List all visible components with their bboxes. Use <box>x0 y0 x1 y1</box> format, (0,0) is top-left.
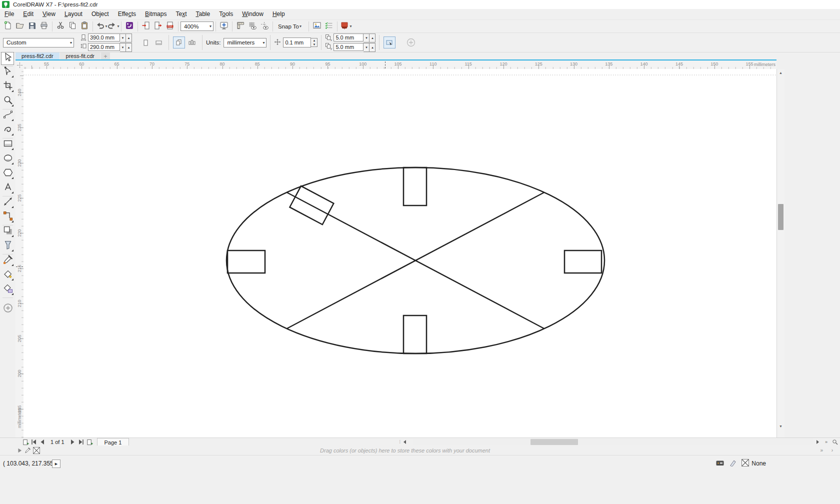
undo-arrow-button[interactable]: ▾ <box>95 21 107 32</box>
all-pages-button[interactable] <box>186 36 198 48</box>
nudge-down-button[interactable]: ▼ <box>311 42 317 46</box>
page-preset-dropdown[interactable]: Custom ▾ <box>3 38 74 48</box>
cut-scissors-button[interactable] <box>54 21 66 32</box>
menu-window[interactable]: Window <box>238 9 268 20</box>
previous-page-button[interactable] <box>38 438 46 446</box>
fill-tool[interactable] <box>2 269 14 281</box>
document-tab-1[interactable]: press-fit2.cdr <box>16 52 60 60</box>
page-height-up-button[interactable]: ▴ <box>126 43 132 52</box>
page-height-field[interactable]: 290.0 mm <box>88 43 120 51</box>
document-tab-2[interactable]: press-fit.cdr <box>60 52 100 60</box>
vertical-scrollbar[interactable]: ▲ ▼ <box>776 69 784 438</box>
duplicate-x-up-button[interactable]: ▴ <box>370 34 376 42</box>
drop-shadow-tool[interactable] <box>2 226 14 238</box>
menu-object[interactable]: Object <box>87 9 114 20</box>
launch-app-button[interactable] <box>311 21 323 32</box>
new-document-tab-button[interactable]: + <box>101 52 110 60</box>
scroll-down-button[interactable]: ▼ <box>777 422 784 430</box>
top-slot-rect[interactable] <box>404 168 426 206</box>
landscape-button[interactable] <box>152 36 164 48</box>
show-grid-button[interactable] <box>246 21 258 32</box>
page-width-up-button[interactable]: ▴ <box>126 34 132 42</box>
menu-edit[interactable]: Edit <box>18 9 38 20</box>
copy-button[interactable] <box>66 21 78 32</box>
color-eyedropper-tool[interactable] <box>2 254 14 266</box>
export-button[interactable] <box>152 21 164 32</box>
menu-view[interactable]: View <box>38 9 60 20</box>
menu-text[interactable]: Text <box>171 9 191 20</box>
nudge-up-button[interactable]: ▲ <box>311 38 317 42</box>
shape-tool[interactable] <box>2 66 14 78</box>
zoom-level-dropdown[interactable]: 400%▾ <box>180 22 214 31</box>
menu-help[interactable]: Help <box>268 9 290 20</box>
artistic-media-tool[interactable] <box>2 124 14 136</box>
palette-overflow-icon[interactable]: » <box>820 448 823 453</box>
units-dropdown[interactable]: millimeters ▾ <box>224 38 266 48</box>
new-document-button[interactable] <box>2 21 14 32</box>
menu-file[interactable]: File <box>0 9 18 20</box>
status-flyout-button[interactable]: ▶ <box>52 460 60 468</box>
customize-plus-tool[interactable] <box>2 303 14 315</box>
pick-tool[interactable] <box>1 52 14 65</box>
scrollbar-more-button[interactable]: » <box>822 438 830 446</box>
palette-scroll-right-icon[interactable]: › <box>832 448 833 453</box>
snap-to-dropdown[interactable]: Snap To▾ <box>275 21 306 32</box>
bottom-slot-rect[interactable] <box>404 316 426 354</box>
menu-layout[interactable]: Layout <box>60 9 87 20</box>
scroll-up-button[interactable]: ▲ <box>777 69 784 76</box>
menu-tools[interactable]: Tools <box>214 9 238 20</box>
publish-pdf-button[interactable]: PDF <box>164 21 176 32</box>
crop-tool[interactable] <box>2 80 14 92</box>
import-button[interactable] <box>140 21 152 32</box>
ruler-origin-icon[interactable] <box>16 61 24 70</box>
first-page-button[interactable] <box>30 438 38 446</box>
page-height-down-button[interactable]: ▾ <box>120 43 126 52</box>
horizontal-scroll-thumb[interactable] <box>530 439 578 445</box>
zoom-corner-icon[interactable] <box>830 438 839 446</box>
show-guidelines-button[interactable] <box>258 21 270 32</box>
redo-arrow-button[interactable]: ▾ <box>107 21 119 32</box>
horizontal-ruler[interactable]: millimeters 5560657075808590951001051101… <box>24 61 776 70</box>
zoom-tool[interactable] <box>2 95 14 107</box>
duplicate-y-field[interactable]: 5.0 mm <box>334 43 364 51</box>
add-page-before-button[interactable] <box>21 438 30 446</box>
hscroll-right-button[interactable] <box>814 438 822 446</box>
ellipse-tool[interactable] <box>2 153 14 165</box>
interactive-fill-tool[interactable] <box>2 284 14 296</box>
menu-effects[interactable]: Effects <box>114 9 140 20</box>
portrait-button[interactable] <box>140 36 152 48</box>
paste-button[interactable] <box>78 21 90 32</box>
options-checklist-button[interactable] <box>323 21 335 32</box>
customize-propbar-plus-icon[interactable] <box>405 36 417 48</box>
horizontal-scrollbar[interactable] <box>413 438 814 446</box>
open-folder-button[interactable] <box>14 21 26 32</box>
page-width-field[interactable]: 390.0 mm <box>88 34 120 42</box>
hscroll-left-button[interactable] <box>400 438 409 446</box>
duplicate-y-up-button[interactable]: ▴ <box>370 43 376 52</box>
drawing-canvas[interactable] <box>24 69 776 438</box>
text-tool[interactable] <box>2 182 14 194</box>
vertical-scroll-thumb[interactable] <box>778 204 784 230</box>
rectangle-tool[interactable] <box>2 138 14 150</box>
last-page-button[interactable] <box>77 438 86 446</box>
right-slot-rect[interactable] <box>564 250 602 273</box>
dimension-tool[interactable] <box>2 196 14 208</box>
transparency-tool[interactable] <box>2 240 14 252</box>
polygon-tool[interactable] <box>2 168 14 180</box>
vertical-ruler[interactable]: millimeters 2402352302252202152102052001… <box>16 69 24 438</box>
search-content-button[interactable] <box>124 21 136 32</box>
menu-table[interactable]: Table <box>192 9 215 20</box>
duplicate-y-down-button[interactable]: ▾ <box>364 43 370 52</box>
treat-as-filled-button[interactable] <box>384 36 396 48</box>
freehand-tool[interactable] <box>2 110 14 122</box>
print-button[interactable] <box>38 21 50 32</box>
page-tab[interactable]: Page 1 <box>97 438 130 446</box>
duplicate-x-field[interactable]: 5.0 mm <box>334 34 364 42</box>
next-page-button[interactable] <box>68 438 77 446</box>
current-page-button[interactable] <box>173 36 185 48</box>
page-width-down-button[interactable]: ▾ <box>120 34 126 42</box>
duplicate-x-down-button[interactable]: ▾ <box>364 34 370 42</box>
show-rulers-button[interactable] <box>234 21 246 32</box>
welcome-screen-button[interactable]: ▾ <box>340 21 352 32</box>
save-button[interactable] <box>26 21 38 32</box>
